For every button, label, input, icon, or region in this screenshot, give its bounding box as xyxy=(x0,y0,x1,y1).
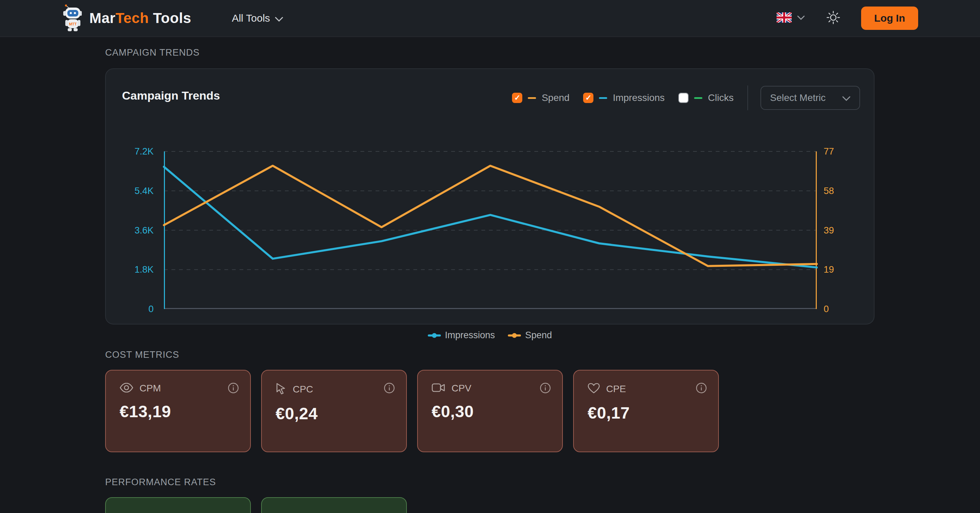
heart-icon xyxy=(588,383,600,395)
cpc-card: CPC €0,24 xyxy=(261,370,407,452)
axis-tick-label: 58 xyxy=(824,186,861,196)
info-icon[interactable] xyxy=(539,382,551,395)
impressions-line-swatch xyxy=(599,97,607,99)
spend-line-swatch xyxy=(528,97,536,99)
info-icon[interactable] xyxy=(695,382,707,395)
axis-tick-label: 1.8K xyxy=(106,264,154,275)
cpe-label: CPE xyxy=(606,384,626,394)
chart-controls: ✓ Spend ✓ Impressions Clicks Select Metr… xyxy=(512,86,860,110)
toggle-spend[interactable]: ✓ Spend xyxy=(512,92,570,103)
theme-toggle[interactable] xyxy=(826,10,840,26)
chevron-down-icon xyxy=(842,92,850,103)
cpv-label: CPV xyxy=(452,383,471,394)
robot-mascot-logo: MTT xyxy=(62,3,82,33)
chevron-down-icon xyxy=(797,15,805,21)
cpc-label: CPC xyxy=(293,384,313,395)
chevron-down-icon xyxy=(275,13,283,24)
chart-plot xyxy=(164,151,817,309)
cpv-value: €0,30 xyxy=(431,402,549,421)
spend-legend-label: Spend xyxy=(525,330,552,341)
performance-rates-row xyxy=(105,497,875,513)
legend-item-spend[interactable]: Spend xyxy=(508,330,552,341)
metric-select-dropdown[interactable]: Select Metric xyxy=(760,86,860,110)
axis-tick-label: 39 xyxy=(824,225,861,236)
impressions-toggle-label: Impressions xyxy=(612,92,665,103)
info-icon[interactable] xyxy=(383,382,395,395)
clicks-checkbox[interactable] xyxy=(678,93,689,103)
video-camera-icon xyxy=(431,383,445,394)
sun-icon xyxy=(826,10,840,26)
legend-item-impressions[interactable]: Impressions xyxy=(428,330,495,341)
axis-tick-label: 5.4K xyxy=(106,186,154,196)
login-button[interactable]: Log In xyxy=(861,6,918,30)
uk-flag-icon xyxy=(776,13,792,24)
cost-metrics-row: CPM €13,19 xyxy=(105,370,875,452)
cpv-card: CPV €0,30 xyxy=(417,370,563,452)
cpm-card: CPM €13,19 xyxy=(105,370,251,452)
eye-icon xyxy=(119,383,133,394)
spend-legend-marker xyxy=(508,334,521,337)
right-axis-ticks: 019395877 xyxy=(824,151,861,309)
impressions-legend-label: Impressions xyxy=(445,330,495,341)
chart-legend: Impressions Spend xyxy=(105,330,875,341)
campaign-trends-section-title: CAMPAIGN TRENDS xyxy=(105,48,875,58)
cpe-value: €0,17 xyxy=(588,403,705,422)
info-icon[interactable] xyxy=(228,382,239,395)
axis-tick-label: 7.2K xyxy=(106,146,154,157)
brand-title: MarTech Tools xyxy=(89,10,191,27)
brand[interactable]: MTT MarTech Tools xyxy=(62,3,191,33)
axis-tick-label: 3.6K xyxy=(106,225,154,236)
cost-metrics-section-title: COST METRICS xyxy=(105,349,875,360)
all-tools-menu[interactable]: All Tools xyxy=(232,13,283,24)
cpc-value: €0,24 xyxy=(275,404,392,423)
axis-tick-label: 19 xyxy=(824,264,861,275)
cursor-icon xyxy=(275,383,286,396)
clicks-line-swatch xyxy=(694,97,702,99)
language-selector[interactable] xyxy=(776,13,805,24)
performance-rates-section-title: PERFORMANCE RATES xyxy=(105,477,875,488)
cpm-label: CPM xyxy=(140,383,161,394)
svg-text:MTT: MTT xyxy=(69,22,77,26)
left-axis-ticks: 01.8K3.6K5.4K7.2K xyxy=(106,151,154,309)
chart-title: Campaign Trends xyxy=(122,89,220,102)
clicks-toggle-label: Clicks xyxy=(708,92,733,103)
impressions-checkbox[interactable]: ✓ xyxy=(583,93,593,103)
cpe-card: CPE €0,17 xyxy=(573,370,719,452)
spend-toggle-label: Spend xyxy=(541,92,570,103)
campaign-trends-card: Campaign Trends ✓ Spend ✓ Impressions Cl… xyxy=(105,68,875,324)
page: MTT MarTech Tools All Tools xyxy=(0,0,980,513)
cpm-value: €13,19 xyxy=(119,402,236,421)
toggle-clicks[interactable]: Clicks xyxy=(678,92,733,103)
axis-tick-label: 0 xyxy=(106,304,154,314)
performance-rate-card xyxy=(105,497,251,513)
controls-divider xyxy=(748,86,748,110)
axis-tick-label: 0 xyxy=(824,304,861,314)
performance-rate-card xyxy=(261,497,407,513)
axis-tick-label: 77 xyxy=(824,146,861,157)
nav-right: Log In xyxy=(776,6,918,30)
navbar: MTT MarTech Tools All Tools xyxy=(0,0,980,37)
impressions-legend-marker xyxy=(428,334,441,337)
toggle-impressions[interactable]: ✓ Impressions xyxy=(583,92,665,103)
spend-checkbox[interactable]: ✓ xyxy=(512,93,522,103)
main-content: CAMPAIGN TRENDS Campaign Trends ✓ Spend … xyxy=(105,37,875,513)
metric-select-value: Select Metric xyxy=(770,92,826,103)
